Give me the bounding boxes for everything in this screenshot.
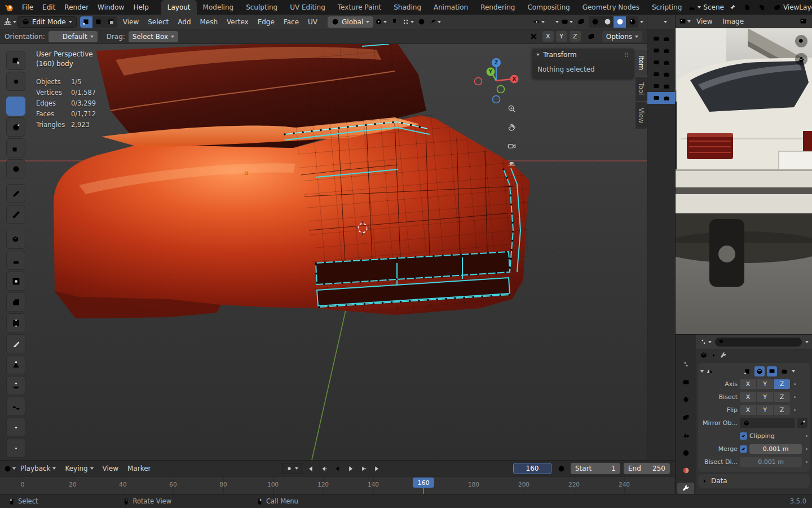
transform-pivot-icon[interactable] bbox=[528, 31, 540, 42]
animate-dot[interactable] bbox=[806, 435, 807, 437]
shading-solid-button[interactable] bbox=[601, 16, 614, 28]
editor-type-button[interactable] bbox=[3, 16, 16, 28]
face-select-button[interactable] bbox=[105, 16, 117, 28]
tool-smooth-button[interactable] bbox=[6, 397, 25, 416]
tab-texture-paint[interactable]: Texture Paint bbox=[332, 0, 387, 15]
pan-hand-button[interactable] bbox=[504, 119, 519, 135]
tool-loop-cut-button[interactable] bbox=[6, 313, 25, 332]
hide-viewport-icon[interactable] bbox=[653, 47, 660, 54]
tab-scene-icon[interactable] bbox=[677, 430, 694, 441]
wrench-icon[interactable] bbox=[720, 352, 727, 358]
tool-extrude-button[interactable] bbox=[6, 251, 25, 270]
menu-vertex[interactable]: Vertex bbox=[222, 15, 253, 29]
tool-select-box-button[interactable] bbox=[6, 51, 25, 70]
navigation-gizmo[interactable]: Z Y X bbox=[471, 50, 522, 106]
hide-viewport-icon[interactable] bbox=[653, 59, 660, 66]
tool-edge-slide-button[interactable] bbox=[6, 418, 25, 437]
outliner-row[interactable] bbox=[647, 80, 675, 92]
tool-bevel-button[interactable] bbox=[6, 292, 25, 312]
bisect-distance-field[interactable]: 0.001 m bbox=[740, 457, 802, 467]
flip-y-toggle[interactable]: Y bbox=[757, 405, 773, 415]
start-frame-field[interactable]: Start 1 bbox=[571, 463, 620, 474]
modifier-header[interactable] bbox=[700, 365, 807, 378]
auto-keying-toggle[interactable] bbox=[282, 463, 302, 474]
tool-spin-button[interactable] bbox=[6, 376, 25, 395]
gizmo-minus-x[interactable] bbox=[475, 78, 482, 85]
editor-type-button[interactable] bbox=[699, 336, 712, 348]
jump-to-end-button[interactable] bbox=[371, 463, 383, 474]
orthographic-toggle-button[interactable] bbox=[504, 155, 519, 170]
options-caret[interactable] bbox=[805, 341, 809, 343]
menu-uv[interactable]: UV bbox=[303, 15, 322, 29]
mirror-z-toggle[interactable]: Z bbox=[570, 31, 581, 42]
axis-x-toggle[interactable]: X bbox=[740, 379, 756, 389]
menu-add[interactable]: Add bbox=[173, 15, 195, 29]
hide-viewport-icon[interactable] bbox=[653, 36, 660, 42]
tool-scale-button[interactable] bbox=[6, 138, 25, 157]
menu-view[interactable]: View bbox=[692, 15, 717, 28]
blender-logo[interactable] bbox=[0, 0, 17, 15]
gizmo-z-label[interactable]: Z bbox=[495, 60, 498, 65]
tab-uv-editing[interactable]: UV Editing bbox=[284, 0, 332, 15]
outliner-row[interactable] bbox=[647, 56, 675, 68]
tool-shrink-fatten-button[interactable] bbox=[6, 439, 25, 458]
copy-scene-button[interactable] bbox=[756, 2, 768, 13]
preview-range-icon[interactable] bbox=[555, 463, 567, 474]
display-edit-mode-toggle[interactable] bbox=[754, 366, 765, 376]
hide-viewport-icon[interactable] bbox=[653, 95, 660, 102]
options-dropdown[interactable]: Options bbox=[602, 31, 642, 42]
editor-type-button[interactable] bbox=[3, 463, 16, 474]
menu-select[interactable]: Select bbox=[143, 15, 173, 29]
tab-tool[interactable]: Tool bbox=[636, 77, 647, 100]
tab-view-layer-icon[interactable] bbox=[677, 411, 694, 423]
disable-render-icon[interactable] bbox=[663, 83, 670, 90]
extras-caret[interactable] bbox=[792, 370, 795, 373]
tool-knife-button[interactable] bbox=[6, 334, 25, 353]
playhead[interactable]: 160 bbox=[413, 478, 434, 488]
tab-item[interactable]: Item bbox=[636, 50, 647, 76]
tool-cursor-button[interactable] bbox=[6, 72, 25, 91]
tab-render-icon[interactable] bbox=[677, 376, 694, 387]
shading-rendered-button[interactable] bbox=[626, 16, 638, 28]
animate-dot[interactable] bbox=[806, 461, 807, 463]
outliner-row[interactable] bbox=[647, 33, 675, 45]
disable-render-icon[interactable] bbox=[663, 59, 670, 66]
overlays-dropdown[interactable] bbox=[561, 16, 573, 28]
animate-dot[interactable] bbox=[806, 448, 807, 450]
gizmo-x-label[interactable]: X bbox=[513, 76, 517, 82]
tool-poly-build-button[interactable] bbox=[6, 355, 25, 374]
disable-render-icon[interactable] bbox=[663, 36, 670, 42]
camera-view-button[interactable] bbox=[504, 138, 519, 154]
play-button[interactable] bbox=[344, 463, 356, 474]
mode-dropdown[interactable]: Edit Mode bbox=[17, 16, 77, 28]
mirror-x-toggle[interactable]: X bbox=[542, 31, 554, 42]
shading-settings-caret[interactable] bbox=[640, 21, 643, 23]
data-section-header[interactable]: Data bbox=[701, 476, 806, 486]
outliner-header[interactable] bbox=[647, 15, 675, 29]
tab-modeling[interactable]: Modeling bbox=[197, 0, 240, 15]
menu-file[interactable]: File bbox=[17, 0, 38, 15]
snap-settings-dropdown[interactable] bbox=[401, 16, 414, 28]
vertex-select-button[interactable] bbox=[80, 16, 92, 28]
menu-window[interactable]: Window bbox=[93, 0, 129, 15]
menu-mesh[interactable]: Mesh bbox=[196, 15, 223, 29]
tab-scripting[interactable]: Scripting bbox=[646, 0, 688, 15]
scene-selector[interactable]: Scene bbox=[688, 3, 724, 11]
jump-to-start-button[interactable] bbox=[303, 463, 316, 474]
outliner-row[interactable] bbox=[647, 45, 675, 56]
outliner-row-active[interactable] bbox=[647, 92, 675, 104]
menu-render[interactable]: Render bbox=[60, 0, 93, 15]
bisect-x-toggle[interactable]: X bbox=[740, 392, 756, 402]
xray-toggle[interactable] bbox=[575, 16, 587, 28]
display-realtime-toggle[interactable] bbox=[767, 366, 777, 376]
menu-view[interactable]: View bbox=[118, 15, 143, 29]
menu-view[interactable]: View bbox=[98, 461, 123, 476]
menu-help[interactable]: Help bbox=[129, 0, 153, 15]
proportional-falloff-dropdown[interactable] bbox=[429, 16, 441, 28]
tab-modifiers-icon[interactable] bbox=[677, 483, 694, 494]
new-scene-button[interactable] bbox=[741, 2, 753, 13]
current-frame-field[interactable]: 160 bbox=[513, 463, 551, 474]
gizmos-dropdown[interactable] bbox=[546, 16, 559, 28]
gizmo-minus-z[interactable] bbox=[493, 96, 500, 103]
menu-face[interactable]: Face bbox=[279, 15, 303, 29]
